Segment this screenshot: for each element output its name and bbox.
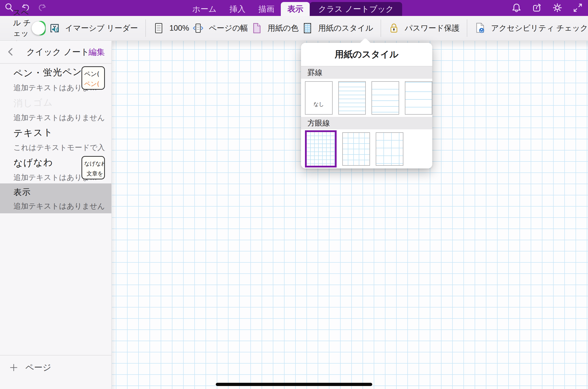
home-indicator-bar[interactable] (216, 383, 372, 386)
section-header-ruled: 罫線 (301, 66, 432, 79)
paper-option-ruled-narrow[interactable] (338, 81, 366, 115)
notifications-button[interactable] (511, 2, 522, 13)
page-subtitle: これはテキストモードで入力し… (13, 143, 105, 153)
add-page-label: ページ (25, 362, 51, 373)
ruled-options-row: なし (301, 79, 432, 117)
toggle-knob (32, 21, 45, 35)
tab-draw[interactable]: 描画 (252, 2, 281, 16)
accessibility-check-icon (475, 22, 486, 34)
paper-style-label: 用紙のスタイル (318, 23, 373, 33)
paper-color-label: 用紙の色 (268, 23, 299, 33)
paper-option-ruled-wide[interactable] (405, 81, 433, 115)
zoom-level-label: 100% (169, 24, 189, 33)
page-subtitle: 追加テキストはありません (13, 201, 105, 211)
chevron-left-icon (6, 47, 16, 57)
bell-icon (511, 2, 522, 13)
top-bar: ホーム 挿入 描画 表示 クラス ノートブック (0, 0, 588, 16)
thumbnail-ink-line: ペン( (84, 69, 103, 79)
page-title-handwriting: 表示 (13, 186, 31, 198)
paper-option-grid-large[interactable] (376, 132, 403, 166)
sidebar-header: クイック ノート 編集 (0, 41, 111, 64)
thumbnail-ink-line: ペン( (84, 79, 103, 89)
plus-icon (9, 363, 18, 372)
share-button[interactable] (531, 2, 543, 13)
onenote-app: ホーム 挿入 描画 表示 クラス ノートブック (0, 0, 588, 389)
ribbon-tabs: ホーム 挿入 描画 表示 クラス ノートブック (0, 2, 588, 16)
tab-view[interactable]: 表示 (281, 2, 310, 16)
paper-style-button[interactable]: 用紙のスタイル (302, 22, 373, 34)
lock-icon (388, 22, 400, 34)
accessibility-check-button[interactable]: アクセシビリティ チェック (475, 22, 588, 34)
immersive-reader-button[interactable]: イマーシブ リーダー (49, 22, 138, 34)
popup-header: 用紙のスタイル (301, 43, 432, 66)
paper-option-none[interactable]: なし (305, 81, 333, 115)
page-list-item[interactable]: なげなわ 追加テキストはありま… なげなわ 文章を (0, 154, 111, 183)
paper-color-button[interactable]: 用紙の色 (251, 22, 299, 34)
page-title-handwriting: 消しゴム (13, 96, 53, 110)
page-subtitle: 追加テキストはありません (13, 113, 105, 123)
paper-option-grid-medium[interactable] (342, 132, 370, 166)
grid-options-row (301, 129, 432, 168)
page-list-item[interactable]: テキスト これはテキストモードで入力し… (0, 124, 111, 154)
fullscreen-icon (573, 2, 583, 13)
thumbnail-ink-line: なげなわ (84, 159, 103, 169)
gear-icon (552, 2, 563, 13)
notebook-section-title: クイック ノート (26, 46, 89, 58)
paper-option-grid-small-selected[interactable] (305, 130, 337, 167)
sidebar-footer: ページ (0, 355, 111, 389)
paper-option-ruled-medium[interactable] (371, 81, 399, 115)
tab-home[interactable]: ホーム (186, 2, 223, 16)
immersive-reader-icon (49, 22, 60, 34)
immersive-reader-label: イマーシブ リーダー (65, 23, 138, 33)
fullscreen-button[interactable] (572, 2, 584, 13)
page-list-item[interactable]: ペン・蛍光ペン 追加テキストはありま… ペン( ペン( (0, 64, 111, 94)
password-protect-label: パスワード保護 (405, 23, 459, 33)
page-title-handwriting: なげなわ (13, 156, 53, 169)
thumbnail-ink-line: 文章を (84, 169, 103, 179)
page-thumbnail: ペン( ペン( (81, 66, 105, 90)
topbar-right-icons (511, 2, 584, 13)
page-list-item-selected[interactable]: 表示 追加テキストはありません (0, 183, 111, 213)
paper-style-icon (302, 22, 313, 34)
page-width-label: ページの幅 (209, 23, 248, 33)
page-list-sidebar: クイック ノート 編集 ペン・蛍光ペン 追加テキストはありま… ペン( ペン( … (0, 41, 112, 389)
page-width-button[interactable]: ページの幅 (192, 22, 248, 34)
paper-option-none-label: なし (313, 101, 324, 108)
page-list-item[interactable]: 消しゴム 追加テキストはありません (0, 94, 111, 124)
view-toolbar: スペル チェック イマーシブ リーダー 100% (0, 16, 588, 41)
paper-color-icon (251, 22, 263, 34)
accessibility-check-label: アクセシビリティ チェック (491, 23, 588, 33)
section-header-grid: 方眼線 (301, 117, 432, 129)
add-page-button[interactable]: ページ (9, 362, 51, 373)
page-list: ペン・蛍光ペン 追加テキストはありま… ペン( ペン( 消しゴム 追加テキストは… (0, 64, 111, 213)
edit-button[interactable]: 編集 (88, 47, 105, 58)
password-protect-button[interactable]: パスワード保護 (388, 22, 459, 34)
share-icon (532, 2, 542, 13)
tab-insert[interactable]: 挿入 (223, 2, 252, 16)
back-button[interactable] (6, 47, 16, 58)
popup-title: 用紙のスタイル (335, 48, 398, 61)
tab-class-notebook[interactable]: クラス ノートブック (310, 2, 402, 16)
page-title-handwriting: ペン・蛍光ペン (13, 66, 82, 80)
page-width-icon (192, 22, 204, 34)
spell-check-toggle[interactable] (36, 21, 46, 35)
page-title-handwriting: テキスト (13, 126, 53, 140)
zoom-level-button[interactable]: 100% (153, 22, 189, 34)
zoom-page-icon (153, 22, 164, 34)
paper-style-popup: 用紙のスタイル 罫線 なし 方眼線 (301, 43, 432, 168)
settings-button[interactable] (552, 2, 563, 13)
page-thumbnail: なげなわ 文章を (81, 156, 105, 179)
